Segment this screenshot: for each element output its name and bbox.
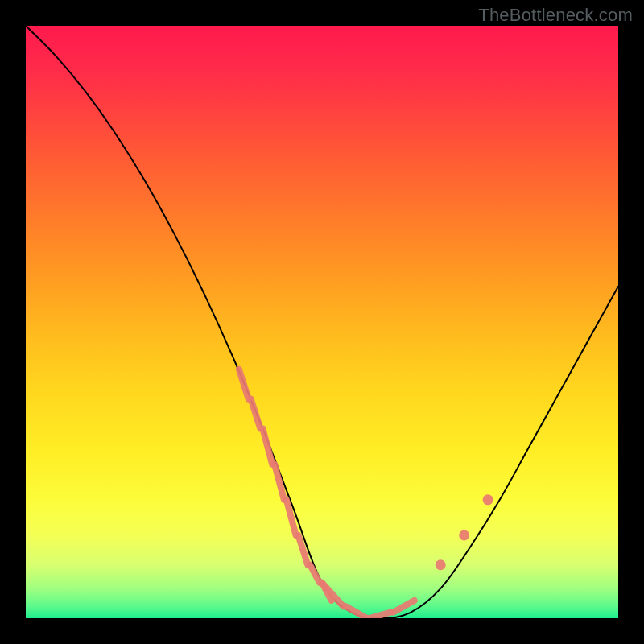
chart-svg xyxy=(26,26,618,618)
highlight-right-point xyxy=(436,559,446,570)
highlight-left-seg xyxy=(251,399,261,429)
chart-frame: TheBottleneck.com xyxy=(0,0,644,644)
highlight-left-seg xyxy=(275,464,284,500)
highlight-right-point xyxy=(459,530,469,540)
highlight-left-seg xyxy=(262,428,272,464)
bottleneck-curve xyxy=(26,26,618,618)
highlight-right-point xyxy=(483,494,493,505)
highlight-bottom-seg xyxy=(345,606,366,618)
highlight-left-seg xyxy=(310,565,320,583)
plot-area xyxy=(26,26,618,618)
watermark-text: TheBottleneck.com xyxy=(478,5,633,26)
highlight-left-seg xyxy=(299,535,308,565)
curve-layer xyxy=(26,26,618,618)
highlight-bottom-seg xyxy=(393,601,414,613)
highlight-left-seg xyxy=(287,500,296,535)
highlight-left-seg xyxy=(239,369,249,399)
highlight-layer xyxy=(239,369,493,618)
